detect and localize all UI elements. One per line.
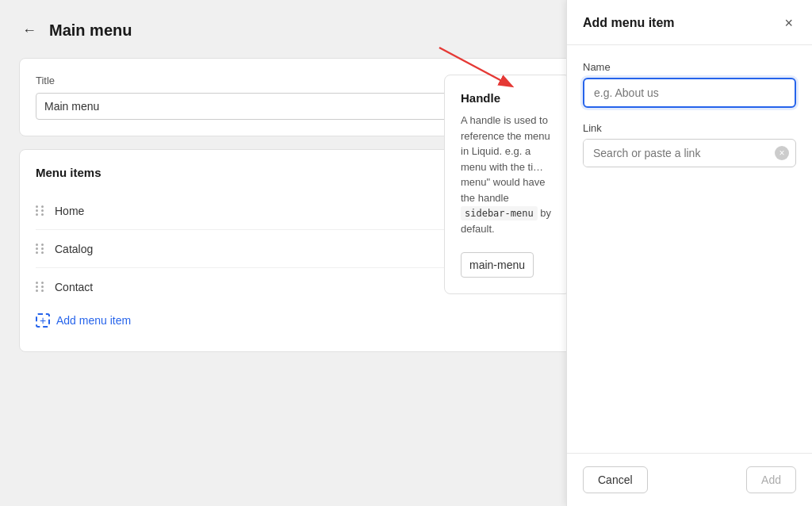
drag-handle[interactable]: [36, 282, 45, 292]
name-input[interactable]: [583, 78, 796, 108]
clear-circle-icon: ×: [775, 146, 789, 160]
name-field-group: Name: [583, 61, 796, 108]
handle-code: sidebar-menu: [461, 206, 538, 220]
cancel-button[interactable]: Cancel: [583, 466, 648, 493]
add-menu-item-button[interactable]: + Add menu item: [36, 305, 131, 335]
panel-header: Add menu item ×: [567, 0, 812, 45]
handle-title: Handle: [461, 91, 554, 105]
handle-description: A handle is used to reference the menu i…: [461, 113, 554, 236]
side-panel: Add menu item × Name Link × Cancel Add: [566, 0, 812, 506]
link-field-label: Link: [583, 122, 796, 134]
link-clear-button[interactable]: ×: [768, 141, 795, 165]
link-input[interactable]: [584, 140, 768, 167]
drag-handle[interactable]: [36, 243, 45, 254]
add-button[interactable]: Add: [746, 466, 796, 493]
link-input-wrapper: ×: [583, 139, 796, 167]
panel-close-button[interactable]: ×: [781, 14, 796, 32]
link-field-group: Link ×: [583, 122, 796, 167]
page-title: Main menu: [49, 21, 132, 40]
drag-handle[interactable]: [36, 205, 45, 216]
name-field-label: Name: [583, 61, 796, 73]
add-dashed-icon: +: [36, 313, 50, 328]
panel-footer: Cancel Add: [567, 453, 812, 506]
handle-section: Handle A handle is used to reference the…: [444, 75, 571, 294]
panel-title: Add menu item: [583, 16, 675, 30]
handle-value: main-menu: [461, 252, 534, 278]
panel-body: Name Link ×: [567, 45, 812, 453]
back-button[interactable]: ←: [19, 19, 40, 42]
